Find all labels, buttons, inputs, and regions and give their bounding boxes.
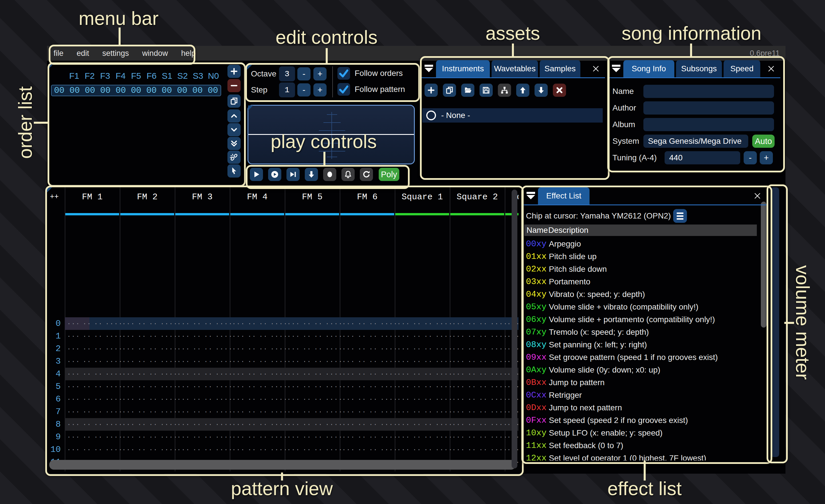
play-pattern-button[interactable]: [268, 168, 281, 181]
pattern-cell[interactable]: ···········: [285, 368, 340, 380]
pattern-cell[interactable]: ···········: [340, 342, 395, 355]
pattern-cell[interactable]: ···········: [230, 330, 285, 342]
pattern-cell[interactable]: ···········: [120, 393, 175, 406]
pattern-cell[interactable]: ···········: [65, 355, 120, 368]
follow-orders-checkbox[interactable]: [338, 67, 350, 80]
pattern-cell[interactable]: ···········: [450, 368, 505, 380]
pattern-cell[interactable]: ···········: [230, 393, 285, 406]
pattern-cell[interactable]: ···········: [340, 418, 395, 431]
tab-song-info[interactable]: Song Info: [623, 60, 674, 77]
pattern-cell[interactable]: ···········: [285, 443, 340, 456]
order-cell[interactable]: 00: [113, 86, 129, 95]
close-icon[interactable]: [766, 64, 776, 74]
pattern-cell[interactable]: ···········: [65, 330, 120, 342]
hamburger-menu-button[interactable]: [673, 209, 687, 223]
pattern-cell[interactable]: ···········: [340, 443, 395, 456]
pattern-cell[interactable]: ···········: [120, 443, 175, 456]
name-field[interactable]: [644, 85, 774, 98]
menu-item-window[interactable]: window: [136, 46, 174, 61]
tab-wavetables[interactable]: Wavetables: [492, 60, 538, 77]
pattern-cell[interactable]: ···········: [65, 393, 120, 406]
pattern-cell[interactable]: ···········: [395, 418, 450, 431]
order-cell[interactable]: 00: [82, 86, 98, 95]
repeat-pattern-button[interactable]: [360, 168, 373, 181]
pattern-cell[interactable]: ···········: [340, 393, 395, 406]
pattern-cell[interactable]: ···········: [175, 393, 230, 406]
pattern-cell[interactable]: ···········: [175, 368, 230, 380]
pattern-cell[interactable]: ···········: [230, 431, 285, 443]
step-one-row-button[interactable]: [305, 168, 318, 181]
duplicate-order-button[interactable]: [227, 94, 241, 108]
tab-speed[interactable]: Speed: [724, 60, 760, 77]
pattern-cell[interactable]: ···········: [395, 380, 450, 393]
pattern-cell[interactable]: ···········: [285, 342, 340, 355]
channel-header-fm-2[interactable]: FM 2: [120, 191, 175, 203]
order-edit-mode-button[interactable]: [227, 164, 241, 178]
pattern-cell[interactable]: ···········: [120, 355, 175, 368]
pattern-cell[interactable]: ···········: [285, 380, 340, 393]
pattern-cell[interactable]: ···········: [65, 380, 120, 393]
pattern-horizontal-scrollbar[interactable]: [49, 460, 516, 470]
pattern-cell[interactable]: ···········: [340, 380, 395, 393]
order-cell[interactable]: 00: [67, 86, 82, 95]
pattern-cell[interactable]: ···········: [450, 342, 505, 355]
pattern-cell[interactable]: ···········: [120, 342, 175, 355]
pattern-cell[interactable]: ···········: [450, 393, 505, 406]
pattern-cell[interactable]: ···········: [395, 355, 450, 368]
pattern-cell[interactable]: ···········: [65, 342, 120, 355]
tab-effect-list[interactable]: Effect List: [538, 187, 590, 204]
collapse-panel-icon[interactable]: [527, 192, 536, 199]
pattern-cell[interactable]: ···········: [175, 330, 230, 342]
channel-header-square-1[interactable]: Square 1: [395, 191, 450, 203]
follow-pattern-checkbox[interactable]: [338, 83, 350, 96]
pattern-cell[interactable]: ···········: [340, 317, 395, 330]
pattern-cell[interactable]: ···········: [65, 431, 120, 443]
channel-header-fm-5[interactable]: FM 5: [285, 191, 340, 203]
pattern-cell[interactable]: ···········: [395, 393, 450, 406]
pattern-cell[interactable]: ···········: [450, 406, 505, 418]
pattern-cell[interactable]: ···········: [65, 317, 120, 330]
order-cell[interactable]: 00: [190, 86, 205, 95]
add-order-button[interactable]: [227, 65, 241, 78]
step-value[interactable]: 1: [279, 82, 295, 97]
pattern-cell[interactable]: ···········: [120, 431, 175, 443]
system-select[interactable]: Sega Genesis/Mega Drive: [644, 135, 748, 148]
channel-header-fm-4[interactable]: FM 4: [230, 191, 285, 203]
pattern-cell[interactable]: ···········: [175, 380, 230, 393]
order-cell[interactable]: 00: [128, 86, 144, 95]
pattern-cell[interactable]: ···········: [395, 317, 450, 330]
channel-header-fm-3[interactable]: FM 3: [175, 191, 230, 203]
order-cell[interactable]: 00: [144, 86, 159, 95]
pattern-cell[interactable]: ···········: [450, 418, 505, 431]
channel-header-square-2[interactable]: Square 2: [450, 191, 505, 203]
pattern-cell[interactable]: ···········: [175, 431, 230, 443]
pattern-cell[interactable]: ···········: [450, 431, 505, 443]
pattern-cell[interactable]: ···········: [450, 380, 505, 393]
pattern-cell[interactable]: ···········: [450, 443, 505, 456]
pattern-cell[interactable]: ···········: [230, 380, 285, 393]
open-instrument-button[interactable]: [461, 84, 474, 97]
pattern-cell[interactable]: ···········: [230, 418, 285, 431]
pattern-cell[interactable]: ···········: [230, 317, 285, 330]
edit-record-button[interactable]: [323, 168, 336, 181]
pattern-expand-corner[interactable]: ++: [50, 192, 59, 201]
pattern-cell[interactable]: ···········: [340, 406, 395, 418]
pattern-cell[interactable]: ···········: [230, 368, 285, 380]
pattern-cell[interactable]: ···········: [395, 342, 450, 355]
tab-subsongs[interactable]: Subsongs: [676, 60, 722, 77]
author-field[interactable]: [644, 101, 774, 114]
poly-button[interactable]: Poly: [379, 168, 399, 181]
pattern-cell[interactable]: ···········: [395, 443, 450, 456]
move-instrument-up-button[interactable]: [516, 84, 529, 97]
pattern-cell[interactable]: ···········: [175, 317, 230, 330]
pattern-cell[interactable]: ···········: [285, 393, 340, 406]
move-instrument-down-button[interactable]: [534, 84, 548, 97]
pattern-cell[interactable]: ···········: [450, 355, 505, 368]
tab-samples[interactable]: Samples: [540, 60, 580, 77]
metronome-button[interactable]: [342, 168, 355, 181]
pattern-cell[interactable]: ···········: [395, 368, 450, 380]
pattern-cell[interactable]: ···········: [340, 330, 395, 342]
pattern-cell[interactable]: ···········: [120, 368, 175, 380]
pattern-cell[interactable]: ···········: [230, 355, 285, 368]
pattern-cell[interactable]: ···········: [65, 418, 120, 431]
